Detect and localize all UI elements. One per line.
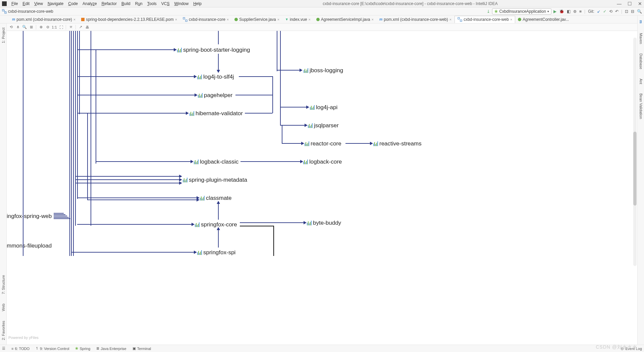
node-reactive-streams[interactable]: reactive-streams bbox=[373, 140, 422, 147]
filter-button[interactable]: ⊞ bbox=[28, 24, 34, 30]
git-update-button[interactable]: ↙ bbox=[597, 9, 600, 14]
close-icon[interactable]: × bbox=[308, 17, 310, 21]
tab-pom-web[interactable]: mpom.xml (cxbd-insurance-core-web)× bbox=[377, 16, 454, 23]
zoom-actual-button[interactable]: 1:1 bbox=[51, 24, 57, 30]
refresh-button[interactable]: ⟲ bbox=[8, 24, 14, 30]
node-logback-classic[interactable]: logback-classic bbox=[194, 159, 238, 165]
ide-settings-button[interactable]: ⊡ bbox=[625, 9, 628, 14]
node-classmate[interactable]: classmate bbox=[200, 195, 232, 202]
ant-tool[interactable]: Ant bbox=[639, 77, 643, 86]
run-button[interactable]: ▶ bbox=[553, 9, 556, 14]
close-icon[interactable]: × bbox=[175, 17, 177, 21]
git-history-button[interactable]: ⟲ bbox=[609, 9, 612, 14]
tab-diagram-web[interactable]: cxbd-insurance-core-web× bbox=[454, 16, 515, 23]
export-button[interactable]: ↗ bbox=[77, 24, 84, 30]
search-button[interactable]: 🔍 bbox=[21, 24, 28, 30]
node-hibernate-validator[interactable]: hibernate-validator bbox=[190, 110, 243, 117]
database-tool[interactable]: Database bbox=[639, 52, 643, 71]
maven-tool[interactable]: Maven bbox=[639, 32, 643, 45]
menu-refactor[interactable]: Refactor bbox=[100, 1, 119, 7]
run-config-selector[interactable]: ❀ CxbdInsuranceApplication ▾ bbox=[492, 8, 551, 14]
node-springfox-spring-web[interactable]: ingfox-spring-web bbox=[7, 213, 52, 220]
diagram-canvas[interactable]: spring-boot-starter-logging log4j-to-slf… bbox=[7, 31, 637, 345]
node-logback-core[interactable]: logback-core bbox=[303, 159, 342, 165]
node-spring-boot-starter-logging[interactable]: spring-boot-starter-logging bbox=[177, 47, 250, 53]
close-icon[interactable]: × bbox=[277, 17, 279, 21]
structure-tool[interactable]: 7: Structure bbox=[1, 274, 5, 296]
zoom-in-button[interactable]: ⊕ bbox=[38, 24, 44, 30]
close-icon[interactable]: × bbox=[372, 17, 374, 21]
close-icon[interactable]: × bbox=[510, 17, 512, 21]
minimize-button[interactable]: — bbox=[617, 1, 622, 6]
menu-edit[interactable]: Edit bbox=[20, 1, 32, 7]
todo-tool[interactable]: ≡ 6: TODO bbox=[11, 347, 30, 351]
node-spring-plugin-metadata[interactable]: spring-plugin-metadata bbox=[183, 177, 247, 183]
tree-button[interactable]: ⋔ bbox=[15, 24, 21, 30]
search-everywhere-button[interactable]: ⊟ bbox=[631, 9, 634, 14]
menu-analyze[interactable]: Analyze bbox=[80, 1, 99, 7]
profile-button[interactable]: ⊚ bbox=[573, 9, 577, 14]
menu-file[interactable]: File bbox=[9, 1, 20, 7]
tab-spring-boot-deps[interactable]: spring-boot-dependencies-2.2.13.RELEASE.… bbox=[78, 16, 180, 23]
maximize-button[interactable]: ☐ bbox=[628, 1, 632, 6]
git-revert-button[interactable]: ↶ bbox=[615, 9, 619, 14]
close-icon[interactable]: × bbox=[227, 17, 229, 21]
menu-view[interactable]: View bbox=[32, 1, 45, 7]
vcs-tool[interactable]: ↿ 9: Version Control bbox=[36, 346, 69, 351]
tab-agreement-controller[interactable]: AgreementController.jav... bbox=[515, 16, 572, 23]
spring-tool[interactable]: ❀ Spring bbox=[75, 346, 90, 351]
breadcrumb-item[interactable]: cxbd-insurance-core-web bbox=[8, 9, 53, 14]
tab-agreement-impl[interactable]: AgreementServiceImpl.java× bbox=[314, 16, 377, 23]
layout-button[interactable]: ⤱ bbox=[68, 24, 74, 30]
fit-button[interactable]: ⛶ bbox=[58, 24, 64, 30]
menu-help[interactable]: Help bbox=[191, 1, 204, 7]
project-tool[interactable]: 1: Project bbox=[1, 26, 5, 44]
arrow-icon bbox=[194, 75, 197, 78]
diagram-icon bbox=[2, 9, 7, 14]
svg-rect-6 bbox=[460, 20, 462, 21]
edge bbox=[218, 31, 219, 44]
favorites-tool[interactable]: 2: Favorites bbox=[1, 319, 5, 341]
menu-code[interactable]: Code bbox=[66, 1, 80, 7]
close-button[interactable]: ✕ bbox=[638, 1, 642, 6]
stop-button[interactable]: ■ bbox=[579, 9, 582, 14]
node-reactor-core[interactable]: reactor-core bbox=[305, 140, 341, 147]
terminal-tool[interactable]: ▣ Terminal bbox=[132, 346, 151, 351]
node-springfox-spi[interactable]: springfox-spi bbox=[197, 249, 235, 256]
zoom-out-button[interactable]: ⊖ bbox=[45, 24, 51, 30]
debug-button[interactable]: 🐞 bbox=[559, 9, 564, 14]
bean-validation-tool[interactable]: Bean Validation bbox=[639, 92, 643, 120]
node-byte-buddy[interactable]: byte-buddy bbox=[307, 220, 341, 226]
coverage-button[interactable]: ◧ bbox=[567, 9, 571, 14]
tab-pom-core[interactable]: mpom.xml (cxbd-insurance-core)× bbox=[9, 16, 78, 23]
menu-navigate[interactable]: Navigate bbox=[46, 1, 65, 7]
node-commons-fileupload[interactable]: mmons-fileupload bbox=[7, 243, 52, 249]
scrollbar-thumb[interactable] bbox=[633, 132, 637, 206]
node-pagehelper[interactable]: pagehelper bbox=[198, 92, 232, 99]
maven-tool-icon[interactable]: m bbox=[639, 19, 643, 25]
node-springfox-core[interactable]: springfox-core bbox=[195, 221, 237, 228]
main-menu: File Edit View Navigate Code Analyze Ref… bbox=[9, 1, 204, 7]
menu-run[interactable]: Run bbox=[133, 1, 145, 7]
node-log4j-to-slf4j[interactable]: log4j-to-slf4j bbox=[197, 74, 234, 80]
tab-supplier-service[interactable]: SupplierService.java× bbox=[232, 16, 282, 23]
menu-window[interactable]: Window bbox=[172, 1, 191, 7]
tab-index-vue[interactable]: ▼index.vue× bbox=[282, 16, 314, 23]
search-button[interactable]: 🔍 bbox=[637, 9, 642, 14]
library-icon bbox=[200, 196, 205, 201]
menu-build[interactable]: Build bbox=[119, 1, 132, 7]
status-more-icon[interactable]: ☰ bbox=[2, 346, 5, 351]
node-jsqlparser[interactable]: jsqlparser bbox=[308, 122, 339, 129]
node-jboss-logging[interactable]: jboss-logging bbox=[304, 67, 343, 74]
web-tool[interactable]: Web bbox=[1, 302, 5, 312]
menu-tools[interactable]: Tools bbox=[145, 1, 159, 7]
close-icon[interactable]: × bbox=[449, 17, 451, 21]
jee-tool[interactable]: ≣ Java Enterprise bbox=[96, 346, 126, 351]
close-icon[interactable]: × bbox=[73, 17, 75, 21]
menu-vcs[interactable]: VCS bbox=[159, 1, 172, 7]
print-button[interactable]: 🖶 bbox=[84, 24, 90, 30]
build-icon[interactable]: ⤓ bbox=[487, 9, 490, 14]
git-commit-button[interactable]: ✓ bbox=[603, 9, 606, 14]
tab-diagram-core[interactable]: cxbd-insurance-core× bbox=[180, 16, 232, 23]
node-log4j-api[interactable]: log4j-api bbox=[310, 104, 337, 111]
